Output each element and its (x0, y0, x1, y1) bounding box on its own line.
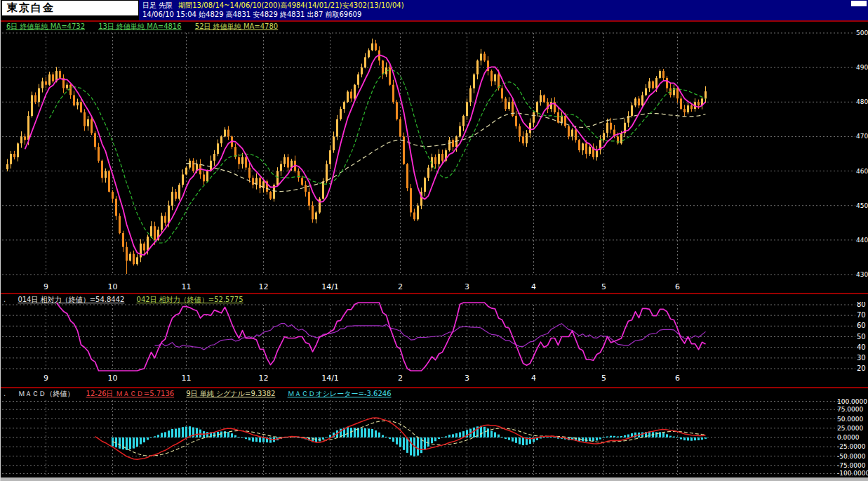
macd-signal-line (113, 421, 706, 456)
svg-text:11: 11 (182, 282, 192, 291)
gridlines (2, 33, 855, 275)
svg-text:6: 6 (675, 374, 680, 383)
svg-text:5: 5 (601, 374, 606, 383)
trading-terminal-window: 東京白金 日足 先限期間13/08/14~14/06/10(200)高4984(… (0, 0, 868, 481)
quote-info-bar: 日足 先限期間13/08/14~14/06/10(200)高4984(14/01… (139, 0, 868, 20)
svg-text:2: 2 (398, 374, 403, 383)
svg-text:4700: 4700 (856, 133, 868, 140)
svg-text:9: 9 (44, 374, 48, 383)
ma6-line (25, 55, 706, 255)
period-info-line: 日足 先限期間13/08/14~14/06/10(200)高4984(14/01… (142, 1, 865, 10)
svg-text:4: 4 (531, 374, 536, 383)
svg-text:10: 10 (108, 374, 118, 383)
svg-text:4500: 4500 (856, 202, 868, 209)
svg-text:4800: 4800 (856, 98, 868, 105)
x-axis-labels: 910111214/123456 (44, 374, 680, 383)
svg-text:-75.0000: -75.0000 (837, 462, 866, 469)
panel-divider-rsi (1, 293, 868, 294)
macd-oscillator-label[interactable]: ＭＡＣＤオシレーター=-3.6246 (288, 390, 392, 397)
ma13-line (50, 70, 706, 243)
y-axis-labels: 100.000075.000050.000025.00000.0000-25.0… (837, 398, 868, 477)
y-axis-labels: 80706050403020 (857, 302, 866, 372)
svg-text:11: 11 (182, 374, 192, 383)
svg-text:4: 4 (531, 282, 536, 291)
svg-text:2: 2 (398, 282, 403, 291)
macd-value-label[interactable]: 12-26日 ＭＡＣＤ=5.7136 (86, 390, 175, 397)
svg-text:-50.0000: -50.0000 (837, 453, 866, 460)
window-control-button[interactable] (851, 1, 867, 6)
svg-text:-25.0000: -25.0000 (837, 443, 866, 450)
instrument-title: 東京白金 (2, 1, 138, 15)
svg-text:12: 12 (259, 374, 269, 383)
svg-text:40: 40 (857, 343, 866, 351)
svg-text:4600: 4600 (856, 168, 868, 175)
bottom-frame (1, 477, 868, 481)
svg-text:9: 9 (44, 282, 48, 291)
y-axis-labels: 50004900480047004600450044004300 (856, 29, 868, 278)
panel-divider-macd (1, 387, 868, 388)
rsi-chart[interactable]: 80706050403020910111214/123456 (1, 302, 868, 387)
macd-signal-label[interactable]: 9日 単純 シグナル=9.3382 (186, 390, 275, 397)
svg-text:5000: 5000 (856, 29, 868, 37)
svg-text:6: 6 (675, 282, 680, 291)
svg-text:3: 3 (465, 374, 469, 383)
svg-text:3: 3 (465, 282, 469, 291)
svg-text:4300: 4300 (856, 271, 868, 278)
macd-chart[interactable]: 100.000075.000050.000025.00000.0000-25.0… (1, 397, 868, 477)
period-range-label: 期間13/08/14~14/06/10(200)高4984(14/01/21)安… (178, 1, 403, 9)
svg-text:60: 60 (857, 322, 866, 329)
svg-text:20: 20 (857, 364, 866, 372)
svg-text:14/1: 14/1 (321, 282, 339, 291)
ohlc-info-label: 14/06/10 15:04 始4829 高4831 安4829 終4831 出… (142, 10, 865, 19)
svg-text:80: 80 (857, 302, 866, 308)
svg-text:70: 70 (857, 311, 866, 319)
candles (6, 39, 707, 274)
svg-text:25.0000: 25.0000 (837, 425, 863, 432)
svg-text:-100.0000: -100.0000 (837, 470, 868, 477)
svg-text:10: 10 (108, 282, 118, 291)
svg-text:30: 30 (857, 354, 866, 362)
svg-text:50.0000: 50.0000 (837, 416, 863, 423)
svg-text:4900: 4900 (856, 64, 868, 71)
svg-text:14/1: 14/1 (321, 374, 339, 383)
macd-header-bullet: . (4, 390, 6, 397)
svg-text:0.0000: 0.0000 (837, 434, 860, 441)
svg-text:5: 5 (601, 282, 606, 291)
svg-text:50: 50 (857, 333, 866, 341)
macd-title-label: ＭＡＣＤ（終値） (18, 390, 74, 397)
x-axis-labels: 910111214/123456 (44, 282, 680, 291)
svg-text:75.0000: 75.0000 (837, 406, 863, 413)
svg-text:100.0000: 100.0000 (837, 398, 867, 405)
svg-text:4400: 4400 (856, 237, 868, 244)
candlestick-chart[interactable]: 5000490048004700460045004400430091011121… (1, 28, 868, 293)
svg-text:12: 12 (259, 282, 269, 291)
chart-type-label: 日足 先限 (142, 1, 173, 9)
